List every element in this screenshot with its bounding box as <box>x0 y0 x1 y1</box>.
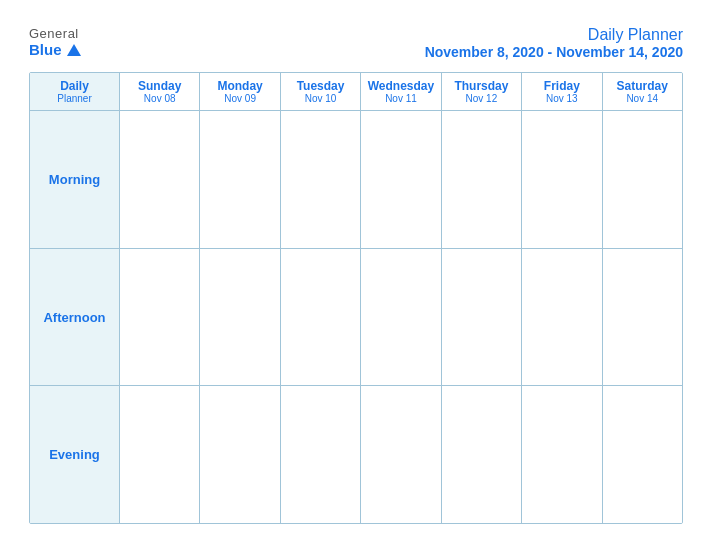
page: General Blue Daily Planner November 8, 2… <box>11 10 701 540</box>
cell-0-0[interactable] <box>120 111 200 248</box>
day-name-1: Monday <box>217 79 262 93</box>
cell-0-4[interactable] <box>442 111 522 248</box>
planner-date-range: November 8, 2020 - November 14, 2020 <box>425 44 683 60</box>
cell-0-6[interactable] <box>603 111 682 248</box>
day-header-4: Thursday Nov 12 <box>442 73 522 110</box>
table-row-1: Afternoon <box>30 249 682 387</box>
day-date-0: Nov 08 <box>144 93 176 104</box>
day-date-2: Nov 10 <box>305 93 337 104</box>
cell-1-3[interactable] <box>361 249 441 386</box>
logo-triangle-icon <box>67 44 81 56</box>
cell-2-5[interactable] <box>522 386 602 523</box>
day-date-3: Nov 11 <box>385 93 417 104</box>
table-header-row: Daily Planner Sunday Nov 08 Monday Nov 0… <box>30 73 682 111</box>
cell-1-0[interactable] <box>120 249 200 386</box>
logo: General Blue <box>29 26 81 58</box>
day-date-5: Nov 13 <box>546 93 578 104</box>
cell-2-0[interactable] <box>120 386 200 523</box>
table-body: MorningAfternoonEvening <box>30 111 682 523</box>
header-right: Daily Planner November 8, 2020 - Novembe… <box>425 26 683 60</box>
table-row-2: Evening <box>30 386 682 523</box>
day-name-2: Tuesday <box>297 79 345 93</box>
col-label-line1: Daily <box>60 79 89 93</box>
cell-0-2[interactable] <box>281 111 361 248</box>
table-row-0: Morning <box>30 111 682 249</box>
row-label-2: Evening <box>30 386 120 523</box>
day-name-6: Saturday <box>617 79 668 93</box>
cell-1-2[interactable] <box>281 249 361 386</box>
day-name-3: Wednesday <box>368 79 434 93</box>
day-name-5: Friday <box>544 79 580 93</box>
cell-2-2[interactable] <box>281 386 361 523</box>
cell-2-1[interactable] <box>200 386 280 523</box>
cell-1-5[interactable] <box>522 249 602 386</box>
day-header-0: Sunday Nov 08 <box>120 73 200 110</box>
cell-2-3[interactable] <box>361 386 441 523</box>
col-label-line2: Planner <box>57 93 91 104</box>
day-name-0: Sunday <box>138 79 181 93</box>
day-header-3: Wednesday Nov 11 <box>361 73 441 110</box>
day-header-2: Tuesday Nov 10 <box>281 73 361 110</box>
planner-title: Daily Planner <box>425 26 683 44</box>
cell-1-1[interactable] <box>200 249 280 386</box>
planner-table: Daily Planner Sunday Nov 08 Monday Nov 0… <box>29 72 683 524</box>
cell-2-4[interactable] <box>442 386 522 523</box>
day-date-4: Nov 12 <box>466 93 498 104</box>
day-header-1: Monday Nov 09 <box>200 73 280 110</box>
cell-0-1[interactable] <box>200 111 280 248</box>
cell-1-6[interactable] <box>603 249 682 386</box>
day-date-6: Nov 14 <box>626 93 658 104</box>
day-header-6: Saturday Nov 14 <box>603 73 682 110</box>
col-label-header: Daily Planner <box>30 73 120 110</box>
cell-1-4[interactable] <box>442 249 522 386</box>
row-label-0: Morning <box>30 111 120 248</box>
cell-0-3[interactable] <box>361 111 441 248</box>
row-label-1: Afternoon <box>30 249 120 386</box>
logo-general-text: General <box>29 26 79 41</box>
cell-2-6[interactable] <box>603 386 682 523</box>
cell-0-5[interactable] <box>522 111 602 248</box>
day-name-4: Thursday <box>454 79 508 93</box>
logo-blue-text: Blue <box>29 41 81 58</box>
day-date-1: Nov 09 <box>224 93 256 104</box>
day-header-5: Friday Nov 13 <box>522 73 602 110</box>
header: General Blue Daily Planner November 8, 2… <box>29 26 683 60</box>
